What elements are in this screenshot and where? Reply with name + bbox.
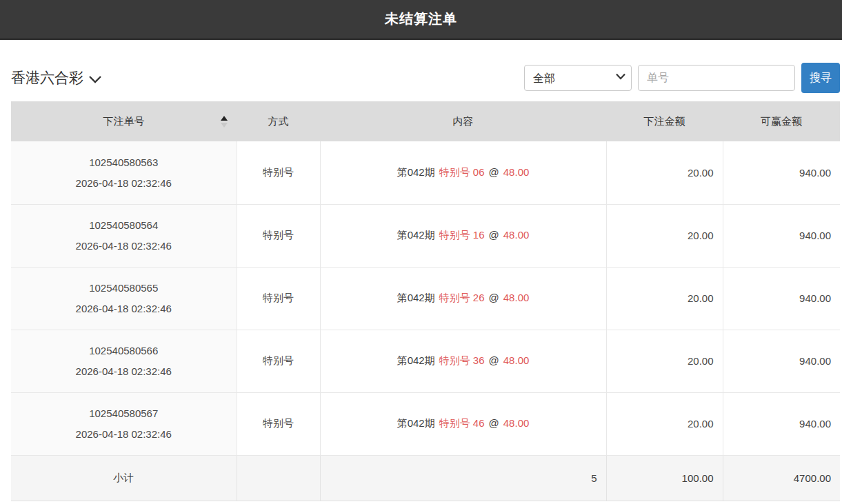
- issue-label: 第042期: [397, 354, 435, 366]
- at-sign: @: [489, 166, 499, 178]
- column-header-order-id-label: 下注单号: [103, 115, 145, 127]
- odds-value: 48.00: [503, 292, 530, 303]
- sort-icon: [220, 114, 228, 128]
- column-header-win-amount: 可赢金额: [723, 101, 840, 141]
- odds-value: 48.00: [503, 166, 530, 178]
- bet-pick: 特别号 26: [439, 292, 485, 303]
- cell-bet-amount: 20.00: [606, 204, 723, 267]
- cell-order: 102540580567 2026-04-18 02:32:46: [11, 392, 237, 455]
- cell-win-amount: 940.00: [723, 392, 840, 455]
- issue-label: 第042期: [397, 229, 435, 241]
- cell-order: 102540580566 2026-04-18 02:32:46: [11, 330, 237, 392]
- cell-win-amount: 940.00: [723, 204, 840, 267]
- subtotal-label: 小计: [11, 455, 237, 501]
- bet-pick: 特别号 06: [439, 166, 485, 178]
- cell-method: 特别号: [237, 392, 320, 455]
- order-time: 2026-04-18 02:32:46: [11, 240, 237, 252]
- cell-win-amount: 940.00: [723, 141, 840, 204]
- subtotal-row: 小计 5 100.00 4700.00: [11, 455, 840, 501]
- cell-method: 特别号: [237, 267, 320, 330]
- cell-content: 第042期特别号 36@48.00: [320, 330, 606, 392]
- cell-bet-amount: 20.00: [606, 330, 723, 392]
- table-row: 102540580567 2026-04-18 02:32:46 特别号 第04…: [11, 392, 840, 455]
- chevron-down-icon: [89, 75, 101, 83]
- search-controls: 全部 搜寻: [524, 63, 840, 93]
- topbar: 未结算注单: [0, 0, 842, 40]
- order-id: 102540580567: [11, 407, 237, 419]
- column-header-bet-amount: 下注金额: [606, 101, 723, 141]
- cell-bet-amount: 20.00: [606, 141, 723, 204]
- order-id: 102540580563: [11, 157, 237, 168]
- cell-method: 特别号: [237, 141, 320, 204]
- at-sign: @: [489, 354, 499, 366]
- table-row: 102540580563 2026-04-18 02:32:46 特别号 第04…: [11, 141, 840, 204]
- issue-label: 第042期: [397, 292, 435, 303]
- odds-value: 48.00: [503, 354, 530, 366]
- at-sign: @: [489, 292, 499, 303]
- page-title: 未结算注单: [385, 10, 457, 28]
- at-sign: @: [489, 229, 499, 241]
- filter-select[interactable]: 全部: [524, 65, 632, 91]
- filter-select-wrap: 全部: [524, 65, 632, 91]
- subtotal-win-amount: 4700.00: [723, 455, 840, 501]
- order-id: 102540580564: [11, 219, 237, 231]
- lottery-name: 香港六合彩: [11, 68, 83, 88]
- bet-pick: 特别号 16: [439, 229, 485, 241]
- cell-order: 102540580565 2026-04-18 02:32:46: [11, 267, 237, 330]
- at-sign: @: [489, 417, 499, 429]
- cell-method: 特别号: [237, 204, 320, 267]
- search-button[interactable]: 搜寻: [801, 63, 840, 93]
- table-header-row: 下注单号 方式 内容 下注金额 可赢金额: [11, 101, 840, 141]
- subtotal-count: 5: [320, 455, 606, 501]
- cell-order: 102540580564 2026-04-18 02:32:46: [11, 204, 237, 267]
- cell-win-amount: 940.00: [723, 267, 840, 330]
- cell-bet-amount: 20.00: [606, 267, 723, 330]
- order-search-input[interactable]: [638, 65, 795, 91]
- cell-content: 第042期特别号 16@48.00: [320, 204, 606, 267]
- odds-value: 48.00: [503, 417, 530, 429]
- bet-pick: 特别号 46: [439, 417, 485, 429]
- table-row: 102540580564 2026-04-18 02:32:46 特别号 第04…: [11, 204, 840, 267]
- order-time: 2026-04-18 02:32:46: [11, 365, 237, 377]
- column-header-content: 内容: [320, 101, 606, 141]
- table-row: 102540580566 2026-04-18 02:32:46 特别号 第04…: [11, 330, 840, 392]
- order-time: 2026-04-18 02:32:46: [11, 303, 237, 314]
- column-header-order-id[interactable]: 下注单号: [11, 101, 237, 141]
- issue-label: 第042期: [397, 417, 435, 429]
- odds-value: 48.00: [503, 229, 530, 241]
- cell-content: 第042期特别号 06@48.00: [320, 141, 606, 204]
- order-id: 102540580566: [11, 345, 237, 356]
- subtotal-method-empty: [237, 455, 320, 501]
- cell-method: 特别号: [237, 330, 320, 392]
- bets-table: 下注单号 方式 内容 下注金额 可赢金额 102540580563 2026-0…: [11, 101, 840, 501]
- issue-label: 第042期: [397, 166, 435, 178]
- table-row: 102540580565 2026-04-18 02:32:46 特别号 第04…: [11, 267, 840, 330]
- column-header-method: 方式: [237, 101, 320, 141]
- cell-bet-amount: 20.00: [606, 392, 723, 455]
- cell-win-amount: 940.00: [723, 330, 840, 392]
- toolbar: 香港六合彩 全部 搜寻: [11, 63, 840, 93]
- cell-content: 第042期特别号 46@48.00: [320, 392, 606, 455]
- order-id: 102540580565: [11, 282, 237, 294]
- order-time: 2026-04-18 02:32:46: [11, 177, 237, 189]
- cell-content: 第042期特别号 26@48.00: [320, 267, 606, 330]
- bet-pick: 特别号 36: [439, 354, 485, 366]
- subtotal-bet-amount: 100.00: [606, 455, 723, 501]
- lottery-selector[interactable]: 香港六合彩: [11, 68, 101, 88]
- order-time: 2026-04-18 02:32:46: [11, 428, 237, 440]
- cell-order: 102540580563 2026-04-18 02:32:46: [11, 141, 237, 204]
